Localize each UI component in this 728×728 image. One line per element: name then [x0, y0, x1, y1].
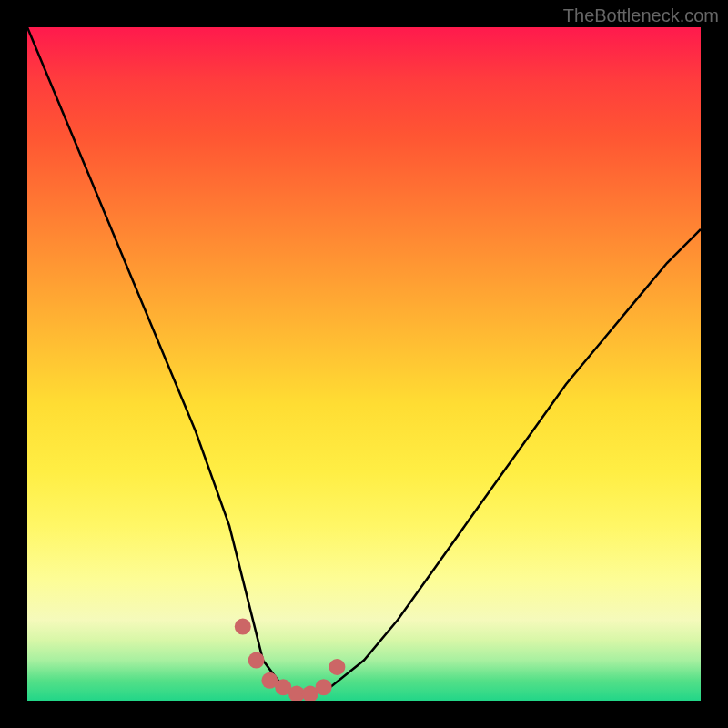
highlight-marker: [329, 659, 345, 675]
chart-area: [27, 27, 701, 701]
highlight-marker: [248, 652, 265, 669]
highlight-marker: [235, 619, 251, 635]
chart-svg: [27, 27, 701, 701]
bottleneck-curve-line: [27, 27, 701, 694]
highlight-markers-group: [235, 619, 346, 701]
highlight-marker: [316, 679, 332, 695]
watermark-text: TheBottleneck.com: [563, 5, 719, 26]
